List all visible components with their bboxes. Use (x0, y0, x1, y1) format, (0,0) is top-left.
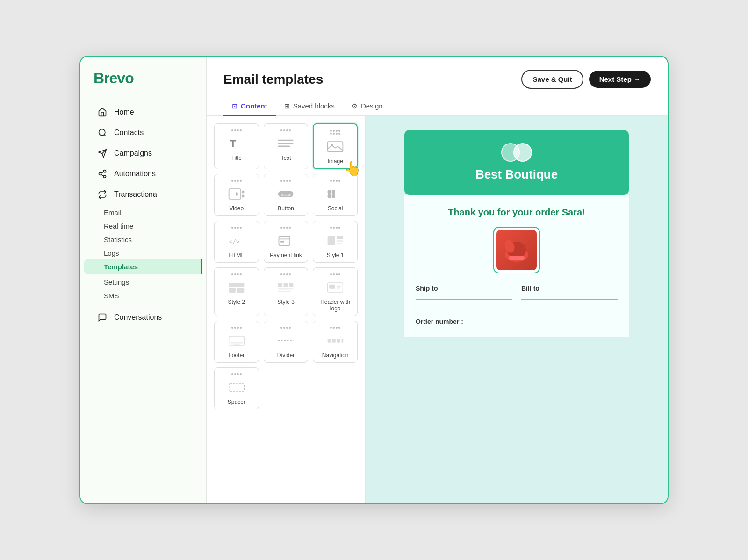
sidebar-sub-statistics[interactable]: Statistics (80, 232, 206, 245)
block-footer[interactable]: Footer (214, 321, 259, 363)
block-footer-dots (231, 327, 242, 329)
page-title: Email templates (223, 72, 323, 87)
svg-rect-57 (509, 256, 525, 260)
block-text[interactable]: Text (264, 123, 309, 169)
svg-rect-37 (284, 283, 288, 287)
tab-content[interactable]: ⊡ Content (223, 97, 276, 116)
sidebar-sub-realtime[interactable]: Real time (80, 218, 206, 232)
content-tab-icon: ⊡ (232, 102, 237, 110)
block-style3-label: Style 3 (277, 299, 295, 305)
svg-rect-42 (329, 285, 335, 289)
tab-saved-blocks[interactable]: ⊞ Saved blocks (276, 97, 343, 116)
html-block-icon: </> (226, 232, 247, 249)
automations-icon (97, 169, 108, 179)
svg-point-5 (99, 173, 101, 175)
block-style2[interactable]: Style 2 (214, 267, 259, 316)
email-preview: Best Boutique Thank you for your order S… (404, 130, 629, 489)
block-navigation-label: Navigation (322, 352, 349, 359)
svg-rect-23 (328, 194, 331, 198)
next-step-button[interactable]: Next Step → (589, 71, 651, 88)
navigation-block-icon (325, 332, 345, 349)
svg-rect-28 (281, 241, 284, 243)
sidebar-item-campaigns[interactable]: Campaigns (84, 143, 202, 164)
tab-design[interactable]: ⚙ Design (343, 97, 391, 116)
blocks-panel: T Title Text (207, 116, 366, 503)
block-divider-label: Divider (277, 352, 295, 359)
sidebar-item-automations[interactable]: Automations (84, 164, 202, 184)
footer-block-icon (226, 332, 247, 349)
svg-point-14 (331, 144, 333, 146)
block-payment[interactable]: Payment link (264, 221, 309, 263)
sidebar-sub-settings[interactable]: Settings (80, 274, 206, 288)
page-header: Email templates Save & Quit Next Step → (207, 57, 668, 89)
tabs-bar: ⊡ Content ⊞ Saved blocks ⚙ Design (207, 89, 668, 116)
order-number-row: Order number : (416, 318, 618, 325)
svg-point-4 (104, 170, 106, 172)
sidebar-sub-sms[interactable]: SMS (80, 288, 206, 302)
block-header-label: Header with logo (316, 299, 354, 312)
block-header-dots (330, 273, 340, 275)
block-video[interactable]: Video (214, 174, 259, 216)
block-social-dots (330, 180, 340, 182)
svg-rect-24 (332, 194, 335, 198)
saved-blocks-tab-icon: ⊞ (284, 102, 290, 110)
svg-point-0 (99, 129, 105, 136)
svg-line-8 (101, 172, 104, 173)
campaigns-icon (97, 148, 108, 158)
block-spacer[interactable]: Spacer (214, 367, 259, 409)
svg-rect-50 (332, 339, 336, 342)
svg-rect-10 (278, 140, 294, 141)
block-button[interactable]: Button Button (264, 174, 309, 216)
block-social[interactable]: Social (313, 174, 358, 216)
block-image[interactable]: Image 👆 (313, 123, 358, 169)
ship-to-col: Ship to (416, 285, 512, 302)
block-button-dots (280, 180, 291, 182)
text-block-icon (275, 135, 296, 152)
order-line (469, 322, 618, 322)
toggle-icon-right (513, 143, 532, 162)
block-footer-label: Footer (228, 352, 245, 359)
block-button-label: Button (278, 205, 294, 212)
svg-rect-51 (337, 339, 340, 342)
svg-rect-32 (337, 243, 342, 245)
email-header-block: Best Boutique (404, 130, 629, 195)
svg-rect-18 (242, 195, 244, 197)
block-html[interactable]: </> HTML (214, 221, 259, 263)
svg-rect-43 (337, 285, 341, 287)
sidebar-item-conversations[interactable]: Conversations (84, 307, 202, 328)
block-header[interactable]: Header with logo (313, 267, 358, 316)
block-payment-label: Payment link (270, 252, 302, 258)
block-text-label: Text (280, 155, 291, 161)
button-block-icon: Button (275, 186, 296, 202)
block-divider-dots (280, 327, 291, 329)
sidebar-label-contacts: Contacts (114, 129, 144, 137)
svg-text:</>: </> (229, 238, 239, 245)
block-title-label: Title (231, 155, 242, 161)
sidebar-sub-logs[interactable]: Logs (80, 245, 206, 259)
svg-rect-52 (342, 339, 344, 342)
sidebar-label-transactional: Transactional (114, 190, 158, 199)
content-area: T Title Text (207, 116, 668, 503)
sidebar-sub-email[interactable]: Email (80, 205, 206, 218)
transactional-icon (97, 189, 108, 200)
svg-rect-22 (332, 190, 335, 194)
svg-rect-31 (337, 240, 344, 242)
sidebar-item-home[interactable]: Home (84, 102, 202, 122)
block-spacer-label: Spacer (228, 399, 245, 405)
style1-block-icon (325, 232, 345, 249)
save-quit-button[interactable]: Save & Quit (521, 70, 583, 89)
block-style3[interactable]: Style 3 (264, 267, 309, 316)
sidebar-item-contacts[interactable]: Contacts (84, 122, 202, 143)
block-title[interactable]: T Title (214, 123, 259, 169)
block-divider[interactable]: Divider (264, 321, 309, 363)
block-style1[interactable]: Style 1 (313, 221, 358, 263)
app-logo: Brevo (80, 70, 206, 102)
conversations-icon (97, 312, 108, 323)
spacer-block-icon (226, 379, 247, 396)
toggle-icons-group (417, 143, 616, 162)
social-block-icon (325, 186, 345, 202)
sidebar-sub-templates[interactable]: Templates (84, 259, 202, 274)
sidebar-item-transactional[interactable]: Transactional (84, 184, 202, 205)
app-container: Brevo Home Contacts Campaigns Automation… (79, 56, 669, 504)
block-navigation[interactable]: Navigation (313, 321, 358, 363)
